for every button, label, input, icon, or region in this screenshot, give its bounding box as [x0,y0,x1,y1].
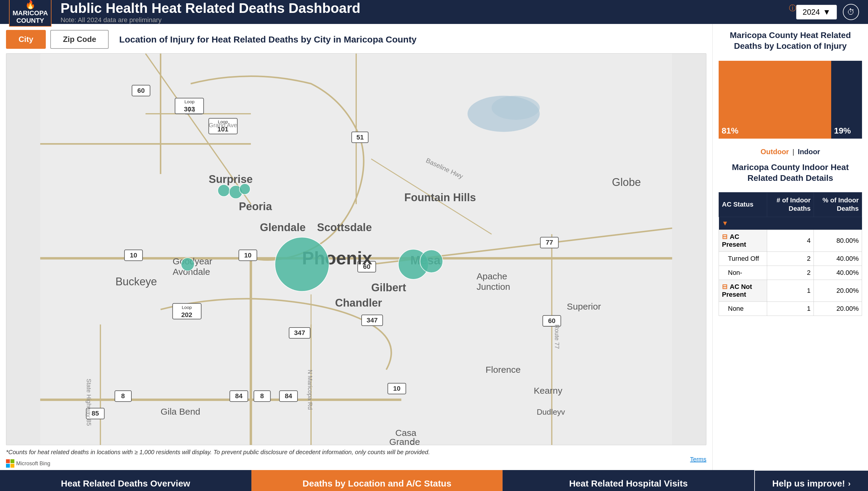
cell-pct-deaths: 20.00% [814,280,862,301]
svg-text:Florence: Florence [485,365,520,375]
outdoor-pct: 81% [722,126,739,136]
city-tab[interactable]: City [6,30,46,49]
svg-text:Loop: Loop [184,99,194,104]
nav-deaths-overview[interactable]: Heat Related Deaths Overview [0,470,251,491]
svg-text:202: 202 [181,311,192,319]
table-row: ⊟AC Present480.00% [719,230,862,252]
bottom-nav: Heat Related Deaths Overview Deaths by L… [0,470,868,491]
svg-text:Globe: Globe [612,176,641,188]
map-footer: *Counts for heat related deaths in locat… [6,445,707,470]
svg-text:Glendale: Glendale [260,221,306,233]
legend-outdoor[interactable]: Outdoor [760,148,789,156]
svg-text:60: 60 [548,317,556,324]
main-container: City Zip Code Location of Injury for Hea… [0,24,868,470]
chevron-down-icon: ▼ [823,7,831,17]
svg-text:N Maricopa Rd: N Maricopa Rd [307,370,313,410]
svg-text:10: 10 [130,252,138,259]
svg-text:84: 84 [235,392,243,400]
svg-text:Superior: Superior [567,301,601,311]
filter-icon[interactable]: ▼ [722,220,728,227]
svg-point-93 [275,237,329,291]
cell-pct-deaths: 40.00% [814,265,862,280]
svg-text:Apache: Apache [477,271,507,281]
minus-icon[interactable]: ⊟ [722,283,727,290]
logo-text-top: MARICOPA [12,9,48,17]
table-header-row: AC Status # of Indoor Deaths % of Indoor… [719,192,862,217]
svg-text:60: 60 [138,87,145,94]
svg-text:Kearny: Kearny [534,385,562,396]
cell-pct-deaths: 20.00% [814,301,862,316]
svg-text:85: 85 [92,410,99,417]
left-panel: City Zip Code Location of Injury for Hea… [0,24,712,470]
svg-text:Grand Ave: Grand Ave [209,122,237,128]
svg-point-89 [218,184,230,196]
bing-text: Microsoft Bing [16,460,50,467]
svg-rect-98 [6,464,10,468]
clock-button[interactable]: ⏱ [843,4,859,20]
table-filter-row: ▼ [719,217,862,230]
svg-text:347: 347 [294,329,305,337]
terms-link[interactable]: Terms [690,456,707,463]
header: 🔥 MARICOPA COUNTY Public Health Heat Rel… [0,0,868,24]
svg-text:Route 77: Route 77 [554,324,560,349]
cell-num-deaths: 2 [767,265,813,280]
logo-box: 🔥 MARICOPA COUNTY [9,0,52,27]
svg-point-95 [420,250,443,273]
cell-pct-deaths: 80.00% [814,230,862,252]
right-panel: Maricopa County Heat Related Deaths by L… [712,24,868,470]
cell-pct-deaths: 40.00% [814,252,862,265]
svg-text:8: 8 [260,392,264,400]
info-icon[interactable]: ⓘ [789,3,796,13]
col-pct-deaths: % of Indoor Deaths [814,192,862,217]
svg-text:347: 347 [367,316,378,324]
cell-num-deaths: 2 [767,252,813,265]
nav-deaths-location[interactable]: Deaths by Location and A/C Status [251,470,503,491]
svg-text:Loop: Loop [182,305,192,310]
year-selector[interactable]: 2024 ▼ [796,5,837,20]
logo-area: 🔥 MARICOPA COUNTY [9,0,52,27]
svg-text:Scottsdale: Scottsdale [317,221,372,233]
chart-title: Maricopa County Heat Related Deaths by L… [719,30,862,52]
svg-rect-97 [10,459,14,463]
cell-num-deaths: 4 [767,230,813,252]
table-row: Non-240.00% [719,265,862,280]
table-row: Turned Off240.00% [719,252,862,265]
svg-text:Junction: Junction [477,282,510,292]
svg-text:State Highway 85: State Highway 85 [86,379,92,426]
table-row: None120.00% [719,301,862,316]
svg-text:84: 84 [285,392,292,400]
map-svg: 60 74 Loop 303 Loop 101 51 60 [6,54,706,445]
indoor-pct: 19% [834,126,851,136]
svg-point-91 [239,183,250,194]
clock-icon: ⏱ [847,7,855,17]
svg-text:74: 74 [188,106,195,114]
svg-text:Chandler: Chandler [335,297,382,309]
legend-indoor[interactable]: Indoor [798,148,820,156]
indoor-table-title: Maricopa County Indoor Heat Related Deat… [719,162,862,184]
svg-text:Gila Bend: Gila Bend [161,407,200,416]
arrow-right-icon: › [848,479,851,488]
map-controls: City Zip Code Location of Injury for Hea… [6,30,707,49]
microsoft-logo [6,459,14,468]
header-text: Public Health Heat Related Deaths Dashbo… [60,0,796,24]
svg-text:Granḍe: Granḍe [389,437,420,445]
svg-text:Casa: Casa [395,428,417,438]
nav-help-improve[interactable]: Help us improve! › [754,470,868,491]
svg-point-3 [491,96,540,120]
svg-text:Peoria: Peoria [239,200,272,212]
logo-icon: 🔥 [12,0,48,9]
svg-text:Gilbert: Gilbert [371,282,406,294]
col-num-deaths: # of Indoor Deaths [767,192,813,217]
map-title: Location of Injury for Heat Related Deat… [119,34,416,45]
minus-icon[interactable]: ⊟ [722,233,727,240]
svg-text:77: 77 [546,239,553,246]
map-disclaimer: *Counts for heat related deaths in locat… [6,449,707,456]
zipcode-tab[interactable]: Zip Code [50,30,109,49]
ms-bing-label: Microsoft Bing [6,459,50,468]
year-value: 2024 [803,7,820,17]
cell-num-deaths: 1 [767,280,813,301]
svg-point-92 [181,258,194,271]
svg-text:51: 51 [357,134,364,141]
svg-text:Buckeye: Buckeye [116,276,157,288]
nav-hospital-visits[interactable]: Heat Related Hospital Visits [503,470,754,491]
